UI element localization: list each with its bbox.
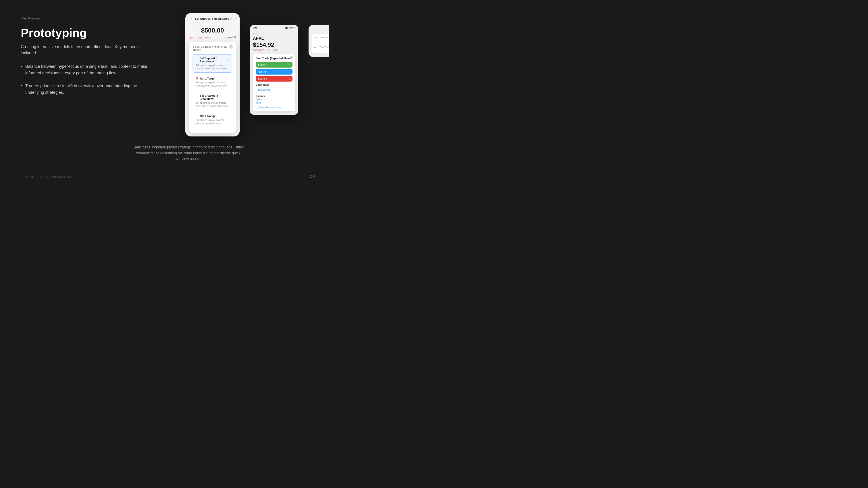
phone-1-body: $500.00 -$0.2(1.1%) · Today 1 Week ⇅ ✕ S…: [185, 23, 240, 136]
mini-chart: SEP 18: [314, 40, 329, 51]
chart-trade-section: Chart Trade Open Chart →: [256, 84, 292, 93]
bullet-item-1: Balance between hyper-focus on a single …: [21, 63, 152, 76]
strategy-icon-4: ↔: [195, 115, 199, 118]
strategy-item-support-resistance[interactable]: ↕ Set Support / Resistance ✓ Sell option…: [193, 54, 232, 73]
caption-text: Early ideas included guided strategy in …: [132, 145, 243, 161]
option-link[interactable]: Option →: [256, 98, 292, 101]
phone-3-change-text: -$0.2(1.1%) · To: [314, 36, 329, 38]
phone-1-title: Set Support / Resistance ⇅: [195, 17, 232, 20]
battery-icon: ▐: [294, 27, 295, 29]
bullet-item-2: Traders prioritize a simplified overview…: [21, 83, 152, 96]
strategy-item-1-desc: Sell options to profit if a stock stays …: [195, 64, 229, 70]
strategy-item-1-name: Set Support / Resistance: [199, 57, 227, 63]
phone-1-back-btn[interactable]: ‹: [189, 16, 194, 21]
phone-1-header: ‹ Set Support / Resistance ⇅ ⋯: [185, 13, 240, 23]
strategy-item-breakout[interactable]: ⚡ Set Breakout / Breakdown Buy options t…: [193, 92, 232, 110]
phone-1-period: 1 Week ⇅: [225, 36, 236, 39]
learn-trade-types-label: Learn about trade types: [259, 106, 281, 108]
phone-2-body: ‹ APPL $154.92 Apple $0.2(1.1%) · Today …: [250, 30, 298, 115]
page-title: Prototyping: [21, 26, 152, 39]
phone-1-container: ‹ Set Support / Resistance ⇅ ⋯ $500.00 -…: [185, 13, 240, 136]
footer-confidential: PROPRIETARY AND CONFIDENTIAL: [21, 175, 72, 178]
phone-2-status-icons: ▌▌▌ WiFi ▐: [285, 27, 296, 29]
left-panel: The Process Prototyping Creating interac…: [21, 16, 152, 102]
learn-trade-types-link[interactable]: i Learn about trade types: [256, 106, 292, 108]
phone-3-back-btn[interactable]: ‹: [312, 29, 313, 32]
fast-trade-title: Fast Trade (Expected Move): [256, 57, 292, 60]
option-arrow-icon: →: [263, 98, 265, 101]
strategy-item-4-desc: Sell options to profit from the stock st…: [195, 119, 229, 125]
strategy-item-range[interactable]: ↔ Set a Range Sell options to profit fro…: [193, 112, 232, 127]
chart-svg: [314, 40, 329, 51]
strategy-item-1-check-icon: ✓: [227, 58, 229, 61]
phone-2-stock-change: Apple $0.2(1.1%) · Today: [253, 49, 295, 51]
phone-1-menu-btn[interactable]: ⋯: [232, 17, 236, 21]
info-icon: i: [256, 106, 258, 108]
subtitle-text: Creating interactive models to test and …: [21, 44, 152, 56]
phone-2-status-bar: 9:41 ▌▌▌ WiFi ▐: [250, 25, 298, 30]
phone-2-frame: 9:41 ▌▌▌ WiFi ▐ ‹ APPL $154.92 Apple $0.…: [250, 25, 298, 115]
phone-1-frame: ‹ Set Support / Resistance ⇅ ⋯ $500.00 -…: [185, 13, 240, 136]
bottom-caption: Early ideas included guided strategy in …: [129, 144, 247, 162]
chart-trade-label: Chart Trade: [256, 84, 292, 86]
open-chart-arrow-icon: →: [288, 89, 290, 91]
custom-label: Custom: [256, 95, 292, 97]
footer-logo: ØA: [309, 174, 315, 179]
phone-3-container: ‹ -$0.2(1.1%) · To SEP 18: [309, 25, 329, 57]
open-chart-btn[interactable]: Open Chart →: [256, 87, 292, 93]
phone-1-change: -$0.2(1.1%) · Today: [189, 36, 211, 39]
phone-3-frame: ‹ -$0.2(1.1%) · To SEP 18: [309, 25, 329, 57]
phone-1-amount: $500.00: [189, 27, 236, 34]
phone-1-change-row: -$0.2(1.1%) · Today 1 Week ⇅: [189, 36, 236, 39]
neutral-arrow-icon: →: [288, 70, 290, 73]
phone-2-container: 9:41 ▌▌▌ WiFi ▐ ‹ APPL $154.92 Apple $0.…: [250, 25, 298, 115]
phone-2-overlay-close-btn[interactable]: ✕: [290, 56, 293, 59]
phone-2-stock-price: $154.92: [253, 41, 295, 48]
strategy-card-title: Select a strategy to generate trades:: [193, 45, 232, 52]
bullet-list: Balance between hyper-focus on a single …: [21, 63, 152, 96]
phone-2-stock-name: APPL: [253, 36, 295, 41]
custom-section: Custom Option → Stock →: [256, 95, 292, 104]
stock-arrow-icon: →: [262, 101, 264, 104]
strategy-item-3-desc: Buy options to profit or protect from ou…: [195, 101, 229, 108]
strategy-item-3-title-row: ⚡ Set Breakout / Breakdown: [195, 94, 229, 101]
period-arrows-icon: ⇅: [234, 36, 236, 39]
strategy-card: ✕ Select a strategy to generate trades: …: [189, 41, 236, 133]
strategy-item-2-title-row: 🎯 Set a Target: [195, 77, 215, 80]
stock-link[interactable]: Stock →: [256, 101, 292, 104]
bullish-btn[interactable]: Bullish ↗: [256, 62, 292, 68]
strategy-item-4-title-row: ↔ Set a Range: [195, 115, 216, 118]
phone-2-time: 9:41: [253, 27, 257, 29]
section-label: The Process: [21, 16, 152, 20]
wifi-icon: WiFi: [289, 27, 293, 29]
strategy-item-3-name: Set Breakout / Breakdown: [199, 94, 229, 101]
signal-icon: ▌▌▌: [285, 27, 289, 29]
strategy-item-4-name: Set a Range: [200, 115, 216, 118]
phone-2-overlay: ✕ Fast Trade (Expected Move) Bullish ↗ N…: [253, 54, 295, 111]
strategy-item-3-header: ⚡ Set Breakout / Breakdown: [195, 94, 229, 101]
title-arrows-icon: ⇅: [230, 18, 232, 20]
bearish-arrow-icon: ↘: [288, 77, 290, 80]
strategy-icon-2: 🎯: [195, 77, 199, 80]
bullish-arrow-icon: ↗: [288, 64, 290, 66]
neutral-btn[interactable]: Neutral →: [256, 69, 292, 74]
strategy-icon-3: ⚡: [195, 96, 198, 99]
strategy-item-2-header: 🎯 Set a Target: [195, 77, 229, 80]
strategy-item-target[interactable]: 🎯 Set a Target Sell options to profit if…: [193, 74, 232, 90]
strategy-item-1-header: ↕ Set Support / Resistance ✓: [195, 57, 229, 63]
strategy-item-1-title-row: ↕ Set Support / Resistance: [195, 57, 227, 63]
strategy-item-2-desc: Sell options to profit if a stock stays …: [195, 81, 229, 88]
bearish-btn[interactable]: Bearish ↘: [256, 76, 292, 82]
strategy-card-close-btn[interactable]: ✕: [229, 44, 233, 49]
strategy-icon-1: ↕: [195, 58, 198, 61]
phone-3-header-row: ‹: [312, 29, 329, 32]
phone-3-overlay: -$0.2(1.1%) · To SEP 18: [312, 34, 329, 53]
strategy-item-4-header: ↔ Set a Range: [195, 115, 229, 118]
strategy-item-2-name: Set a Target: [200, 77, 215, 80]
phone-2-back-btn[interactable]: ‹: [253, 32, 295, 35]
phone-3-body: ‹ -$0.2(1.1%) · To SEP 18: [309, 25, 329, 57]
